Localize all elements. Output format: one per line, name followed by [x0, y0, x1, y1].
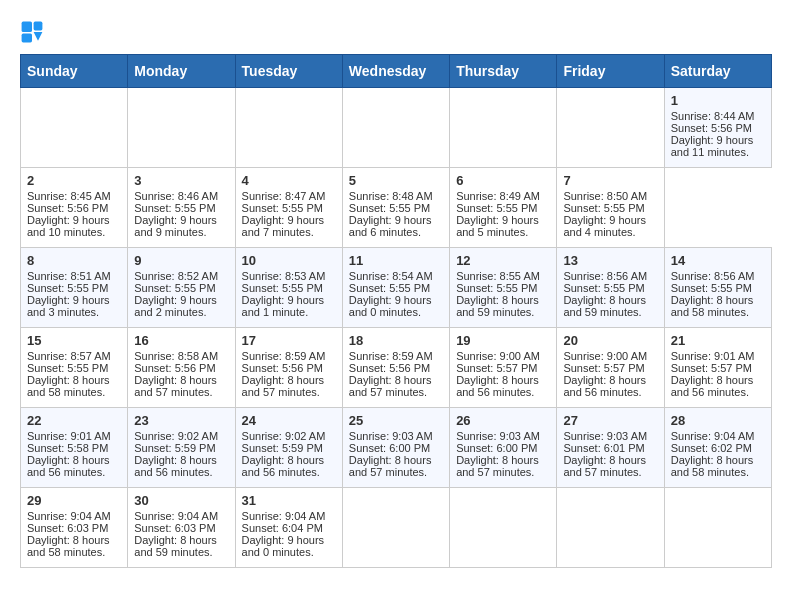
daylight-text: Daylight: 8 hours and 57 minutes.	[563, 454, 646, 478]
sunset-text: Sunset: 5:55 PM	[242, 202, 323, 214]
calendar-week-row: 22Sunrise: 9:01 AMSunset: 5:58 PMDayligh…	[21, 408, 772, 488]
sunset-text: Sunset: 6:03 PM	[27, 522, 108, 534]
day-number: 28	[671, 413, 765, 428]
day-number: 21	[671, 333, 765, 348]
calendar-cell: 8Sunrise: 8:51 AMSunset: 5:55 PMDaylight…	[21, 248, 128, 328]
sunrise-text: Sunrise: 9:01 AM	[671, 350, 755, 362]
daylight-text: Daylight: 8 hours and 57 minutes.	[134, 374, 217, 398]
calendar-cell: 1Sunrise: 8:44 AMSunset: 5:56 PMDaylight…	[664, 88, 771, 168]
header-day: Thursday	[450, 55, 557, 88]
day-number: 25	[349, 413, 443, 428]
daylight-text: Daylight: 8 hours and 56 minutes.	[27, 454, 110, 478]
day-number: 20	[563, 333, 657, 348]
day-number: 4	[242, 173, 336, 188]
daylight-text: Daylight: 8 hours and 57 minutes.	[242, 374, 325, 398]
calendar-cell: 13Sunrise: 8:56 AMSunset: 5:55 PMDayligh…	[557, 248, 664, 328]
sunset-text: Sunset: 5:59 PM	[134, 442, 215, 454]
sunset-text: Sunset: 5:58 PM	[27, 442, 108, 454]
sunrise-text: Sunrise: 9:04 AM	[242, 510, 326, 522]
day-number: 3	[134, 173, 228, 188]
calendar-cell: 2Sunrise: 8:45 AMSunset: 5:56 PMDaylight…	[21, 168, 128, 248]
calendar-cell: 27Sunrise: 9:03 AMSunset: 6:01 PMDayligh…	[557, 408, 664, 488]
sunrise-text: Sunrise: 8:47 AM	[242, 190, 326, 202]
day-number: 6	[456, 173, 550, 188]
sunset-text: Sunset: 5:55 PM	[27, 362, 108, 374]
day-number: 12	[456, 253, 550, 268]
daylight-text: Daylight: 8 hours and 57 minutes.	[456, 454, 539, 478]
calendar-week-row: 15Sunrise: 8:57 AMSunset: 5:55 PMDayligh…	[21, 328, 772, 408]
calendar-cell	[557, 488, 664, 568]
header-day: Tuesday	[235, 55, 342, 88]
sunrise-text: Sunrise: 9:03 AM	[349, 430, 433, 442]
daylight-text: Daylight: 8 hours and 58 minutes.	[671, 454, 754, 478]
daylight-text: Daylight: 8 hours and 56 minutes.	[456, 374, 539, 398]
calendar-cell	[21, 88, 128, 168]
calendar-cell: 23Sunrise: 9:02 AMSunset: 5:59 PMDayligh…	[128, 408, 235, 488]
header-day: Wednesday	[342, 55, 449, 88]
day-number: 13	[563, 253, 657, 268]
sunset-text: Sunset: 5:55 PM	[456, 282, 537, 294]
header-row: SundayMondayTuesdayWednesdayThursdayFrid…	[21, 55, 772, 88]
day-number: 26	[456, 413, 550, 428]
header-day: Friday	[557, 55, 664, 88]
logo	[20, 20, 48, 44]
daylight-text: Daylight: 9 hours and 2 minutes.	[134, 294, 217, 318]
sunrise-text: Sunrise: 8:50 AM	[563, 190, 647, 202]
svg-rect-1	[34, 22, 43, 31]
sunset-text: Sunset: 5:55 PM	[563, 202, 644, 214]
calendar-cell: 18Sunrise: 8:59 AMSunset: 5:56 PMDayligh…	[342, 328, 449, 408]
header-day: Monday	[128, 55, 235, 88]
sunrise-text: Sunrise: 9:03 AM	[563, 430, 647, 442]
day-number: 2	[27, 173, 121, 188]
sunset-text: Sunset: 6:00 PM	[349, 442, 430, 454]
calendar-week-row: 29Sunrise: 9:04 AMSunset: 6:03 PMDayligh…	[21, 488, 772, 568]
calendar-cell: 10Sunrise: 8:53 AMSunset: 5:55 PMDayligh…	[235, 248, 342, 328]
calendar-cell: 5Sunrise: 8:48 AMSunset: 5:55 PMDaylight…	[342, 168, 449, 248]
daylight-text: Daylight: 9 hours and 3 minutes.	[27, 294, 110, 318]
calendar-week-row: 8Sunrise: 8:51 AMSunset: 5:55 PMDaylight…	[21, 248, 772, 328]
sunrise-text: Sunrise: 8:53 AM	[242, 270, 326, 282]
day-number: 29	[27, 493, 121, 508]
calendar-cell: 22Sunrise: 9:01 AMSunset: 5:58 PMDayligh…	[21, 408, 128, 488]
daylight-text: Daylight: 9 hours and 1 minute.	[242, 294, 325, 318]
calendar-cell: 29Sunrise: 9:04 AMSunset: 6:03 PMDayligh…	[21, 488, 128, 568]
calendar-cell: 4Sunrise: 8:47 AMSunset: 5:55 PMDaylight…	[235, 168, 342, 248]
sunset-text: Sunset: 5:57 PM	[456, 362, 537, 374]
sunset-text: Sunset: 5:56 PM	[27, 202, 108, 214]
calendar-week-row: 1Sunrise: 8:44 AMSunset: 5:56 PMDaylight…	[21, 88, 772, 168]
day-number: 31	[242, 493, 336, 508]
day-number: 11	[349, 253, 443, 268]
sunset-text: Sunset: 5:55 PM	[242, 282, 323, 294]
calendar-cell: 12Sunrise: 8:55 AMSunset: 5:55 PMDayligh…	[450, 248, 557, 328]
day-number: 22	[27, 413, 121, 428]
day-number: 9	[134, 253, 228, 268]
calendar-cell: 15Sunrise: 8:57 AMSunset: 5:55 PMDayligh…	[21, 328, 128, 408]
sunrise-text: Sunrise: 8:49 AM	[456, 190, 540, 202]
sunrise-text: Sunrise: 8:52 AM	[134, 270, 218, 282]
calendar-cell	[450, 88, 557, 168]
daylight-text: Daylight: 8 hours and 58 minutes.	[27, 534, 110, 558]
daylight-text: Daylight: 8 hours and 58 minutes.	[27, 374, 110, 398]
svg-rect-3	[22, 34, 32, 43]
calendar-cell	[128, 88, 235, 168]
sunrise-text: Sunrise: 9:03 AM	[456, 430, 540, 442]
calendar-cell: 6Sunrise: 8:49 AMSunset: 5:55 PMDaylight…	[450, 168, 557, 248]
day-number: 16	[134, 333, 228, 348]
sunset-text: Sunset: 5:55 PM	[563, 282, 644, 294]
header-day: Sunday	[21, 55, 128, 88]
sunrise-text: Sunrise: 9:02 AM	[242, 430, 326, 442]
calendar-cell: 19Sunrise: 9:00 AMSunset: 5:57 PMDayligh…	[450, 328, 557, 408]
day-number: 27	[563, 413, 657, 428]
sunrise-text: Sunrise: 8:56 AM	[563, 270, 647, 282]
sunset-text: Sunset: 5:55 PM	[27, 282, 108, 294]
calendar-cell: 9Sunrise: 8:52 AMSunset: 5:55 PMDaylight…	[128, 248, 235, 328]
daylight-text: Daylight: 8 hours and 56 minutes.	[671, 374, 754, 398]
sunrise-text: Sunrise: 9:04 AM	[671, 430, 755, 442]
svg-rect-0	[22, 22, 32, 32]
day-number: 19	[456, 333, 550, 348]
sunset-text: Sunset: 6:01 PM	[563, 442, 644, 454]
daylight-text: Daylight: 9 hours and 7 minutes.	[242, 214, 325, 238]
calendar-cell: 25Sunrise: 9:03 AMSunset: 6:00 PMDayligh…	[342, 408, 449, 488]
sunrise-text: Sunrise: 8:45 AM	[27, 190, 111, 202]
sunset-text: Sunset: 5:56 PM	[671, 122, 752, 134]
